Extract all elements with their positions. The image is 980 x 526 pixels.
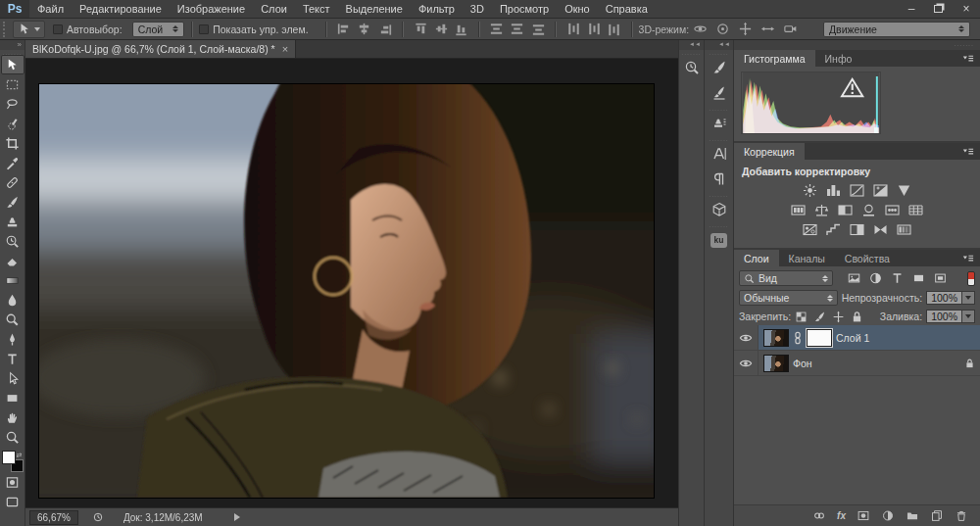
autoselect-checkbox[interactable] bbox=[53, 24, 63, 34]
adjustments-panel-menu-button[interactable] bbox=[960, 143, 980, 160]
menu-select[interactable]: Выделение bbox=[338, 0, 411, 18]
menu-layers[interactable]: Слои bbox=[253, 0, 295, 18]
menu-type[interactable]: Текст bbox=[295, 0, 338, 18]
add-layer-mask-button[interactable] bbox=[857, 509, 870, 522]
distribute-horizontal-centers-icon[interactable] bbox=[586, 22, 601, 36]
gradient-tool[interactable] bbox=[1, 270, 24, 290]
align-top-edges-icon[interactable] bbox=[413, 22, 427, 36]
visibility-toggle[interactable] bbox=[734, 351, 759, 375]
smudge-tool[interactable] bbox=[1, 290, 24, 310]
brightness-contrast-adjustment-icon[interactable] bbox=[802, 183, 818, 198]
workspace-dropdown[interactable]: Движение bbox=[823, 22, 970, 37]
canvas-pasteboard[interactable] bbox=[25, 59, 678, 507]
eyedropper-tool[interactable] bbox=[1, 153, 24, 172]
character-panel-button[interactable] bbox=[708, 142, 731, 166]
lock-pixels-icon[interactable] bbox=[813, 311, 826, 323]
align-left-edges-icon[interactable] bbox=[336, 22, 351, 36]
layer-name[interactable]: Слой 1 bbox=[836, 332, 869, 344]
kuler-panel-button[interactable]: ku bbox=[708, 228, 731, 252]
invert-adjustment-icon[interactable] bbox=[802, 222, 818, 237]
black-white-adjustment-icon[interactable] bbox=[837, 203, 854, 217]
layer-row-layer1[interactable]: Слой 1 bbox=[734, 325, 980, 351]
screen-mode-button[interactable] bbox=[1, 492, 24, 511]
foreground-color-swatch[interactable] bbox=[2, 451, 16, 464]
current-tool-chip[interactable] bbox=[13, 21, 45, 38]
tab-layers[interactable]: Слои bbox=[734, 250, 779, 266]
tab-histogram[interactable]: Гистограмма bbox=[734, 50, 815, 67]
clone-stamp-tool[interactable] bbox=[1, 212, 24, 231]
canvas-image[interactable] bbox=[39, 84, 654, 498]
minimize-button[interactable]: – bbox=[898, 0, 925, 18]
delete-layer-button[interactable] bbox=[955, 509, 968, 522]
healing-brush-tool[interactable] bbox=[1, 172, 24, 192]
3d-camera-icon[interactable] bbox=[783, 22, 798, 36]
clone-source-panel-button[interactable] bbox=[708, 112, 731, 135]
restore-button[interactable] bbox=[925, 0, 953, 18]
pen-tool[interactable] bbox=[1, 329, 24, 349]
close-button[interactable]: × bbox=[953, 0, 980, 18]
photo-filter-adjustment-icon[interactable] bbox=[860, 203, 877, 217]
tab-info[interactable]: Инфо bbox=[815, 50, 862, 67]
dodge-tool[interactable] bbox=[1, 310, 24, 329]
lock-all-icon[interactable] bbox=[851, 311, 863, 323]
hue-saturation-adjustment-icon[interactable] bbox=[790, 203, 807, 217]
opacity-arrow-icon[interactable] bbox=[962, 291, 975, 305]
options-grip[interactable] bbox=[3, 22, 10, 37]
histogram-panel-menu-button[interactable] bbox=[960, 50, 980, 67]
3d-roll-icon[interactable] bbox=[715, 22, 730, 36]
menu-3d[interactable]: 3D bbox=[463, 0, 492, 18]
move-tool[interactable] bbox=[1, 55, 24, 74]
color-swatches[interactable]: ⇄ bbox=[2, 451, 24, 472]
distribute-vertical-centers-icon[interactable] bbox=[510, 22, 524, 36]
levels-adjustment-icon[interactable] bbox=[825, 183, 842, 198]
layer-thumbnail[interactable] bbox=[763, 355, 789, 372]
dock-grip[interactable]: ....... bbox=[709, 222, 729, 227]
path-selection-tool[interactable] bbox=[1, 368, 24, 388]
3d-panel-button[interactable] bbox=[708, 198, 731, 221]
layer-name[interactable]: Фон bbox=[793, 358, 812, 369]
distribute-top-edges-icon[interactable] bbox=[489, 22, 504, 36]
curves-adjustment-icon[interactable] bbox=[849, 183, 865, 198]
menu-file[interactable]: Файл bbox=[29, 0, 72, 18]
zoom-tool[interactable] bbox=[1, 427, 24, 447]
history-brush-tool[interactable] bbox=[1, 231, 24, 251]
fill-arrow-icon[interactable] bbox=[962, 310, 975, 323]
visibility-toggle[interactable] bbox=[734, 325, 759, 350]
menu-help[interactable]: Справка bbox=[598, 0, 656, 18]
dock-grip[interactable]: ....... bbox=[709, 106, 729, 111]
brush-panel-button[interactable] bbox=[708, 81, 731, 105]
eraser-tool[interactable] bbox=[1, 251, 24, 270]
layer-row-background[interactable]: Фон bbox=[734, 351, 980, 376]
mask-link-icon[interactable] bbox=[793, 331, 803, 345]
status-menu-arrow-icon[interactable] bbox=[234, 513, 240, 521]
document-tab[interactable]: BlKoDofqk-U.jpg @ 66,7% (Слой 1, Слой-ма… bbox=[25, 40, 296, 58]
dock-grip[interactable]: ....... bbox=[681, 50, 702, 55]
layer-filter-type-dropdown[interactable]: Вид bbox=[739, 270, 833, 286]
filter-adjustment-layers-icon[interactable] bbox=[868, 271, 883, 285]
new-group-button[interactable] bbox=[906, 509, 919, 522]
quick-selection-tool[interactable] bbox=[1, 114, 24, 133]
channel-mixer-adjustment-icon[interactable] bbox=[884, 203, 901, 217]
show-transform-checkbox[interactable] bbox=[199, 24, 209, 34]
distribute-bottom-edges-icon[interactable] bbox=[530, 22, 545, 36]
marquee-tool[interactable] bbox=[1, 74, 24, 94]
lasso-tool[interactable] bbox=[1, 94, 24, 114]
menu-filter[interactable]: Фильтр bbox=[411, 0, 463, 18]
vibrance-adjustment-icon[interactable] bbox=[896, 183, 912, 198]
filter-pixel-layers-icon[interactable] bbox=[847, 271, 861, 285]
type-tool[interactable] bbox=[1, 349, 24, 368]
menu-view[interactable]: Просмотр bbox=[492, 0, 557, 18]
posterize-adjustment-icon[interactable] bbox=[825, 222, 842, 237]
filter-type-layers-icon[interactable] bbox=[890, 271, 905, 285]
exposure-adjustment-icon[interactable] bbox=[872, 183, 889, 198]
3d-pan-icon[interactable] bbox=[738, 22, 753, 36]
menu-window[interactable]: Окно bbox=[557, 0, 598, 18]
shape-tool[interactable] bbox=[1, 388, 24, 407]
layer-style-button[interactable]: fx bbox=[837, 510, 846, 521]
filter-smart-objects-icon[interactable] bbox=[933, 271, 948, 285]
menu-image[interactable]: Изображение bbox=[170, 0, 253, 18]
document-size-info[interactable]: Док: 3,12M/6,23M bbox=[114, 511, 213, 524]
gradient-map-adjustment-icon[interactable] bbox=[872, 222, 889, 237]
align-right-edges-icon[interactable] bbox=[377, 22, 392, 36]
link-layers-button[interactable] bbox=[812, 509, 826, 522]
